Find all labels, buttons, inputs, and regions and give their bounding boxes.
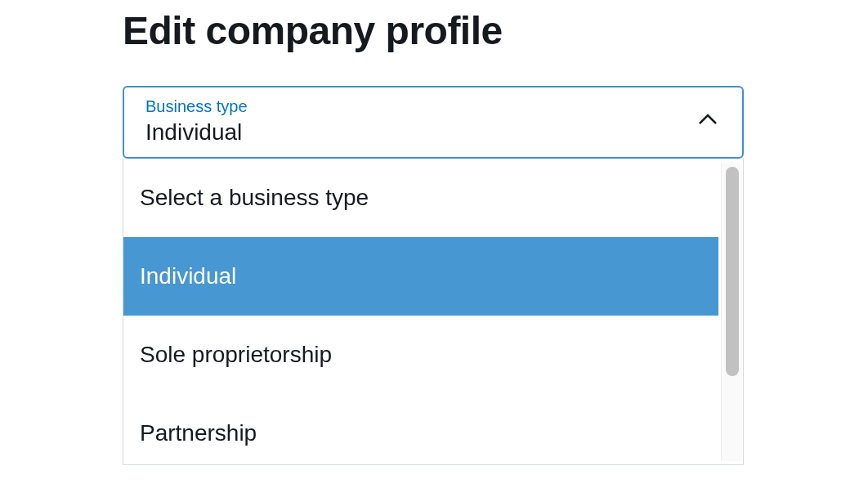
option-placeholder[interactable]: Select a business type xyxy=(123,159,718,237)
options-list: Select a business type Individual Sole p… xyxy=(123,159,718,464)
scrollbar-thumb[interactable] xyxy=(726,167,739,376)
business-type-dropdown: Select a business type Individual Sole p… xyxy=(123,159,744,465)
dropdown-inner: Select a business type Individual Sole p… xyxy=(123,159,743,464)
business-type-select-control[interactable]: Business type Individual xyxy=(123,86,744,159)
business-type-select: Business type Individual Select a busine… xyxy=(123,86,744,159)
select-control-text: Business type Individual xyxy=(145,97,248,146)
business-type-value: Individual xyxy=(145,119,248,146)
option-partnership[interactable]: Partnership xyxy=(123,394,718,464)
option-sole-proprietorship[interactable]: Sole proprietorship xyxy=(123,316,718,394)
scrollbar-track xyxy=(721,162,742,461)
business-type-label: Business type xyxy=(145,97,248,116)
edit-company-profile-page: Edit company profile Business type Indiv… xyxy=(0,0,868,159)
chevron-up-icon xyxy=(698,97,726,125)
page-title: Edit company profile xyxy=(123,8,745,53)
option-individual[interactable]: Individual xyxy=(123,237,718,316)
